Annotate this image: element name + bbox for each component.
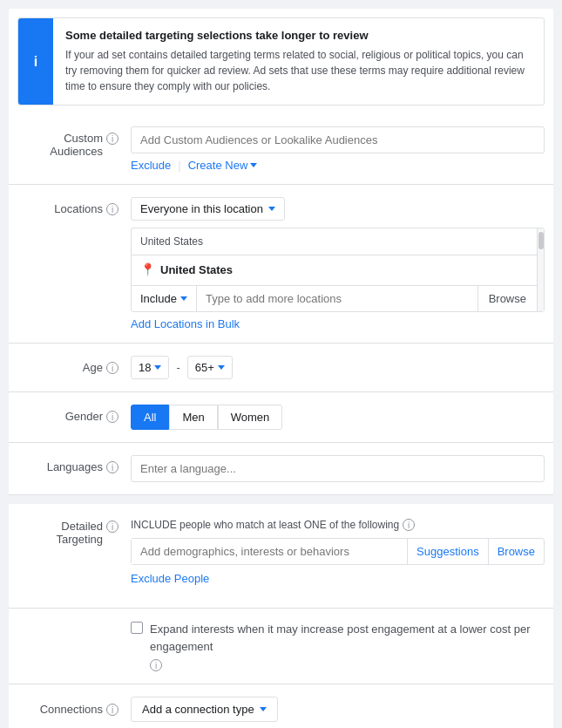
custom-audiences-info-icon[interactable]: i xyxy=(106,133,118,145)
connections-label: Connections i xyxy=(17,703,131,716)
detailed-targeting-header: Detailed Targeting i INCLUDE people who … xyxy=(17,518,545,585)
location-pin-icon: 📍 xyxy=(140,262,155,276)
targeting-description-info-icon[interactable]: i xyxy=(403,519,415,531)
age-info-icon[interactable]: i xyxy=(106,362,118,374)
location-input-row: Include Browse xyxy=(132,285,537,311)
gender-row: Gender i All Men Women xyxy=(9,392,553,443)
gender-women-button[interactable]: Women xyxy=(218,405,283,430)
suggestions-link[interactable]: Suggestions xyxy=(407,539,488,564)
connections-row: Connections i Add a connection type xyxy=(9,684,553,728)
age-content: 18 - 65+ xyxy=(131,356,545,379)
info-banner-icon: i xyxy=(18,18,53,105)
location-type-dropdown[interactable]: Everyone in this location xyxy=(131,197,285,221)
create-new-link[interactable]: Create New xyxy=(188,159,258,172)
create-new-arrow-icon xyxy=(250,163,257,167)
detailed-targeting-description: INCLUDE people who match at least ONE of… xyxy=(131,518,545,531)
detailed-targeting-row: Detailed Targeting i INCLUDE people who … xyxy=(9,504,553,609)
location-browse-button[interactable]: Browse xyxy=(477,286,537,311)
info-banner: i Some detailed targeting selections tak… xyxy=(17,17,545,105)
location-dropdown-arrow-icon xyxy=(268,207,275,211)
custom-audiences-input[interactable] xyxy=(131,126,545,153)
exclude-link[interactable]: Exclude xyxy=(131,159,171,172)
exclude-people-link[interactable]: Exclude People xyxy=(131,572,545,585)
location-search-input[interactable] xyxy=(197,286,477,311)
connections-content: Add a connection type xyxy=(131,697,278,722)
location-box: United States 📍 United States Include Br xyxy=(131,228,545,312)
custom-audiences-content: Exclude | Create New xyxy=(131,126,545,172)
add-locations-bulk-link[interactable]: Add Locations in Bulk xyxy=(131,317,545,330)
age-label: Age i xyxy=(17,356,131,374)
languages-content xyxy=(131,455,545,482)
gender-label: Gender i xyxy=(17,405,131,423)
scroll-thumb xyxy=(538,232,544,249)
locations-row: Locations i Everyone in this location Un… xyxy=(9,185,553,344)
expand-interests-text: Expand interests when it may increase po… xyxy=(150,621,545,671)
connection-type-dropdown[interactable]: Add a connection type xyxy=(131,697,278,722)
languages-row: Languages i xyxy=(9,443,553,495)
detailed-targeting-content: INCLUDE people who match at least ONE of… xyxy=(131,518,545,585)
languages-info-icon[interactable]: i xyxy=(106,461,118,473)
detailed-targeting-label: Detailed Targeting i xyxy=(17,518,131,546)
targeting-search-input[interactable] xyxy=(132,539,407,564)
gender-men-button[interactable]: Men xyxy=(169,405,217,430)
locations-info-icon[interactable]: i xyxy=(106,203,118,215)
custom-audiences-row: Custom Audiences i Exclude | Create New xyxy=(9,114,553,185)
location-item: 📍 United States xyxy=(132,255,537,283)
banner-title: Some detailed targeting selections take … xyxy=(65,29,532,42)
languages-input[interactable] xyxy=(131,455,545,482)
include-dropdown[interactable]: Include xyxy=(132,286,197,311)
location-scrollbar[interactable] xyxy=(537,228,544,311)
age-selectors: 18 - 65+ xyxy=(131,356,545,379)
location-name: United States xyxy=(160,263,233,276)
age-row: Age i 18 - 65+ xyxy=(9,344,553,392)
age-max-dropdown[interactable]: 65+ xyxy=(187,356,233,379)
expand-interests-checkbox[interactable] xyxy=(131,622,143,634)
connection-dropdown-arrow-icon xyxy=(260,707,267,711)
gender-info-icon[interactable]: i xyxy=(106,411,118,423)
gender-all-button[interactable]: All xyxy=(131,405,169,430)
age-min-arrow-icon xyxy=(154,365,161,370)
link-separator: | xyxy=(178,159,180,172)
age-separator: - xyxy=(176,361,179,374)
languages-label: Languages i xyxy=(17,455,131,473)
age-min-dropdown[interactable]: 18 xyxy=(131,356,169,379)
age-max-arrow-icon xyxy=(218,365,225,370)
targeting-browse-link[interactable]: Browse xyxy=(488,539,544,564)
expand-interests-section: Expand interests when it may increase po… xyxy=(9,609,553,684)
targeting-input-row: Suggestions Browse xyxy=(131,538,545,565)
locations-content: Everyone in this location United States … xyxy=(131,197,545,330)
locations-label: Locations i xyxy=(17,197,131,215)
gender-buttons: All Men Women xyxy=(131,405,545,430)
location-country-header: United States xyxy=(132,228,537,255)
section-spacer xyxy=(9,495,553,504)
audiences-links: Exclude | Create New xyxy=(131,159,545,172)
include-dropdown-arrow-icon xyxy=(180,296,187,301)
detailed-targeting-info-icon[interactable]: i xyxy=(106,520,118,533)
custom-audiences-label: Custom Audiences i xyxy=(17,126,131,158)
banner-text: If your ad set contains detailed targeti… xyxy=(65,47,532,94)
expand-interests-info-icon[interactable]: i xyxy=(150,659,162,671)
gender-content: All Men Women xyxy=(131,405,545,430)
connections-info-icon[interactable]: i xyxy=(106,704,118,716)
